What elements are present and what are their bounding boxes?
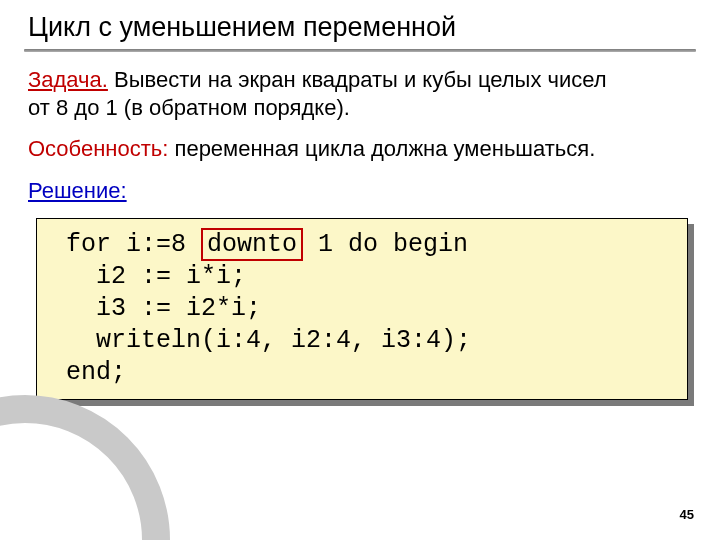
code-line2: i2 := i*i; (51, 262, 246, 291)
downto-keyword: downto (201, 228, 303, 261)
code-box: for i:=8 downto 1 do begin i2 := i*i; i3… (36, 218, 688, 400)
code-block: for i:=8 downto 1 do begin i2 := i*i; i3… (36, 218, 688, 400)
feature-paragraph: Особенность: переменная цикла должна уме… (28, 135, 692, 163)
task-paragraph: Задача. Вывести на экран квадраты и кубы… (28, 66, 692, 121)
code-line5: end; (51, 358, 126, 387)
title-divider (24, 49, 696, 52)
slide-content: Задача. Вывести на экран квадраты и кубы… (24, 66, 696, 400)
feature-text: переменная цикла должна уменьшаться. (168, 136, 595, 161)
task-text-line2: от 8 до 1 (в обратном порядке). (28, 95, 350, 120)
slide: Цикл с уменьшением переменной Задача. Вы… (0, 0, 720, 540)
feature-label: Особенность: (28, 136, 168, 161)
decorative-ring (0, 395, 170, 540)
code-line3: i3 := i2*i; (51, 294, 261, 323)
task-text-line1: Вывести на экран квадраты и кубы целых ч… (108, 67, 607, 92)
code-line1b: 1 do begin (303, 230, 468, 259)
task-label: Задача. (28, 67, 108, 92)
slide-title: Цикл с уменьшением переменной (24, 12, 696, 43)
page-number: 45 (680, 507, 694, 522)
code-line1a: for i:=8 (51, 230, 201, 259)
code-line4: writeln(i:4, i2:4, i3:4); (51, 326, 471, 355)
solution-paragraph: Решение: (28, 177, 692, 205)
solution-label: Решение: (28, 178, 127, 203)
